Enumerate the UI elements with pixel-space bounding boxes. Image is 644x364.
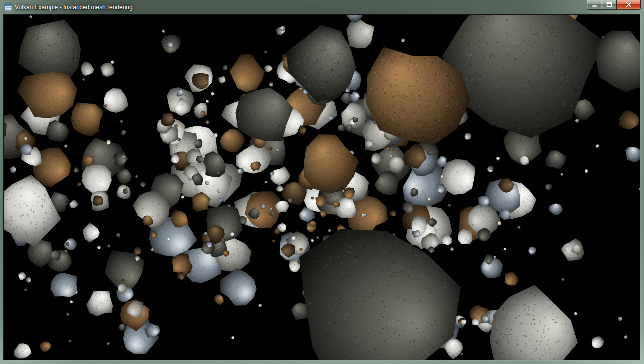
app-window: Vulkan Example - Instanced mesh renderin… xyxy=(0,0,644,364)
minimize-button[interactable] xyxy=(587,0,602,10)
close-icon xyxy=(626,2,632,8)
app-icon xyxy=(4,4,12,12)
minimize-icon xyxy=(592,2,598,8)
render-viewport xyxy=(4,15,640,360)
title-bar[interactable]: Vulkan Example - Instanced mesh renderin… xyxy=(0,0,644,15)
caption-buttons xyxy=(587,0,641,10)
maximize-icon xyxy=(606,2,612,8)
close-button[interactable] xyxy=(616,0,641,10)
maximize-button[interactable] xyxy=(602,0,616,10)
render-canvas[interactable] xyxy=(4,15,640,360)
window-title: Vulkan Example - Instanced mesh renderin… xyxy=(15,0,133,15)
